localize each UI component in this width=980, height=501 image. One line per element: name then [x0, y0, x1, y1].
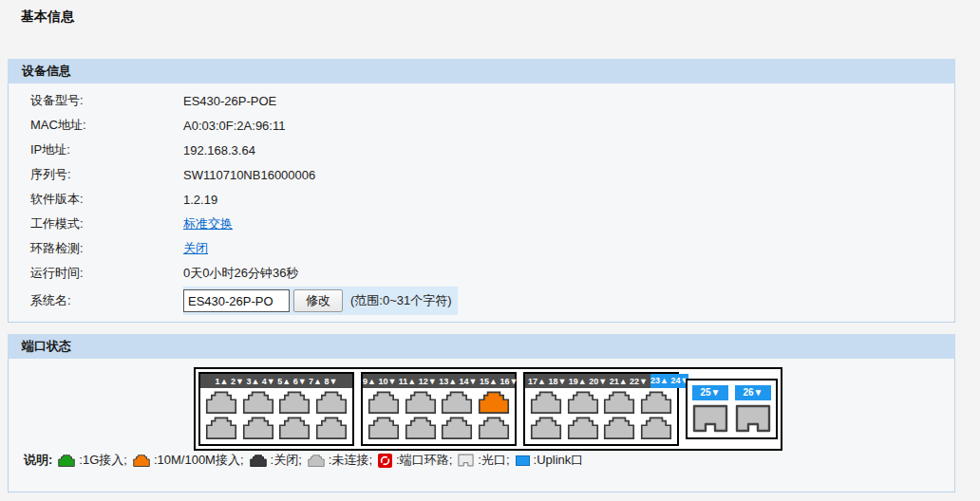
legend-title: 说明: [24, 452, 52, 469]
uplink-blue-icon [516, 455, 530, 466]
port-22[interactable] [603, 417, 635, 439]
port-15[interactable] [478, 391, 510, 414]
legend-label-loop: :端口环路; [396, 452, 452, 469]
port-20[interactable] [567, 417, 599, 439]
port-status-body: 1▲ 2▼ 3▲ 4▼ 5▲ 6▼ 7▲ 8▼ [8, 359, 955, 492]
software-version-label: 软件版本: [30, 191, 183, 208]
system-name-group: 修改 (范围:0~31个字符) [183, 287, 458, 315]
legend-item-loop: :端口环路; [378, 452, 452, 469]
port-17[interactable] [530, 391, 562, 414]
port-26-icon [737, 406, 769, 431]
legend-label-1g: :1G接入; [79, 452, 127, 469]
ip-address-value: 192.168.3.64 [183, 143, 255, 158]
port-18[interactable] [530, 417, 562, 439]
row-serial-number: 序列号: SW110710NB16000006 [9, 162, 954, 187]
port-group-17-24-header: 17▲ 18▼ 19▲ 20▼ 21▲ 22▼ 23▲ 24▼ [525, 374, 677, 388]
work-mode-label: 工作模式: [30, 215, 183, 232]
port-7-icon [317, 392, 346, 413]
port-15-icon [480, 392, 508, 413]
port-8-icon [317, 418, 346, 438]
port-18-icon [532, 418, 560, 438]
port-11[interactable] [405, 391, 437, 414]
port-23-icon [642, 392, 670, 413]
port-21-icon [605, 392, 633, 413]
system-name-input[interactable] [183, 289, 290, 312]
port-14-icon [443, 418, 471, 438]
system-name-label: 系统名: [30, 292, 183, 309]
legend-label-closed: :关闭; [271, 452, 302, 469]
sfp-port-25-column: 25▼ [692, 385, 728, 433]
port-13[interactable] [441, 391, 473, 414]
port-12[interactable] [405, 417, 437, 439]
row-device-model: 设备型号: ES430-26P-POE [9, 88, 954, 113]
port-group-17-24: 17▲ 18▼ 19▲ 20▼ 21▲ 22▼ 23▲ 24▼ [523, 372, 679, 446]
port-26[interactable] [735, 404, 771, 433]
row-software-version: 软件版本: 1.2.19 [9, 187, 954, 212]
port-group-25-26: 25▼ 26▼ [686, 379, 778, 439]
row-ip-address: IP地址: 192.168.3.64 [9, 138, 954, 162]
port-23[interactable] [640, 391, 672, 414]
port-5-icon [280, 392, 309, 413]
port-6[interactable] [278, 417, 311, 439]
device-info-panel: 设备信息 设备型号: ES430-26P-POE MAC地址: A0:03:0F… [8, 59, 955, 323]
row-uptime: 运行时间: 0天0小时26分钟36秒 [9, 261, 954, 286]
port-group-1-8: 1▲ 2▼ 3▲ 4▼ 5▲ 6▼ 7▲ 8▼ [198, 372, 354, 446]
device-model-label: 设备型号: [30, 92, 183, 109]
port-9-icon [369, 392, 398, 413]
port-20-icon [568, 418, 596, 438]
port-14[interactable] [441, 417, 473, 439]
legend-label-10m100m: :10M/100M接入; [154, 452, 244, 469]
legend-label-disconnected: :未连接; [329, 452, 372, 469]
port-1[interactable] [205, 391, 237, 414]
port-2[interactable] [205, 417, 237, 439]
port-19[interactable] [567, 391, 599, 414]
rj45-dark-icon [250, 455, 267, 467]
legend-item-fiber: :光口; [458, 452, 509, 469]
port-25-header: 25▼ [692, 385, 728, 400]
sfp-port-26-column: 26▼ [735, 385, 771, 433]
modify-button[interactable]: 修改 [293, 289, 343, 312]
device-info-section-header: 设备信息 [8, 59, 955, 84]
port-21[interactable] [603, 391, 635, 414]
legend-label-uplink: :Uplink口 [534, 452, 584, 469]
port-24[interactable] [640, 417, 672, 439]
port-25-icon [694, 406, 726, 431]
port-17-icon [532, 392, 560, 413]
loop-detect-link[interactable]: 关闭 [183, 241, 208, 255]
serial-number-label: 序列号: [30, 166, 183, 183]
port-3[interactable] [242, 391, 274, 414]
port-group-uplink-header-label: 23▲ 24▼ [650, 374, 688, 388]
uptime-value: 0天0小时26分钟36秒 [183, 265, 298, 282]
port-6-icon [280, 418, 309, 438]
port-diagram: 1▲ 2▼ 3▲ 4▼ 5▲ 6▼ 7▲ 8▼ [194, 367, 782, 451]
port-12-icon [405, 418, 434, 438]
port-4[interactable] [242, 417, 274, 439]
system-name-hint: (范围:0~31个字符) [350, 292, 452, 309]
row-system-name: 系统名: 修改 (范围:0~31个字符) [9, 286, 954, 316]
port-9[interactable] [368, 391, 400, 414]
port-group-9-16: 9▲ 10▼ 11▲ 12▼ 13▲ 14▼ 15▲ 16▼ [361, 372, 517, 446]
port-10-icon [369, 418, 398, 438]
port-10[interactable] [368, 417, 400, 439]
port-16[interactable] [478, 417, 510, 439]
legend-item-disconnected: :未连接; [308, 452, 372, 469]
port-1-icon [207, 392, 236, 413]
port-5[interactable] [278, 391, 311, 414]
port-19-icon [568, 392, 596, 413]
row-loop-detect: 环路检测: 关闭 [9, 236, 954, 261]
port-group-9-16-header-label: 9▲ 10▼ 11▲ 12▼ 13▲ 14▼ 15▲ 16▼ [363, 377, 518, 386]
mac-address-value: A0:03:0F:2A:96:11 [183, 119, 285, 133]
device-model-value: ES430-26P-POE [183, 94, 276, 108]
port-8[interactable] [315, 417, 348, 439]
port-22-icon [605, 418, 633, 438]
legend-item-uplink: :Uplink口 [516, 452, 584, 469]
rj45-green-icon [58, 455, 75, 467]
port-2-icon [207, 418, 236, 438]
port-25[interactable] [692, 404, 728, 433]
port-7[interactable] [315, 391, 348, 414]
port-11-icon [405, 392, 434, 413]
legend-item-closed: :关闭; [250, 452, 302, 469]
work-mode-link[interactable]: 标准交换 [183, 216, 233, 231]
rj45-orange-icon [133, 455, 150, 467]
port-group-1-8-header: 1▲ 2▼ 3▲ 4▼ 5▲ 6▼ 7▲ 8▼ [200, 374, 352, 388]
